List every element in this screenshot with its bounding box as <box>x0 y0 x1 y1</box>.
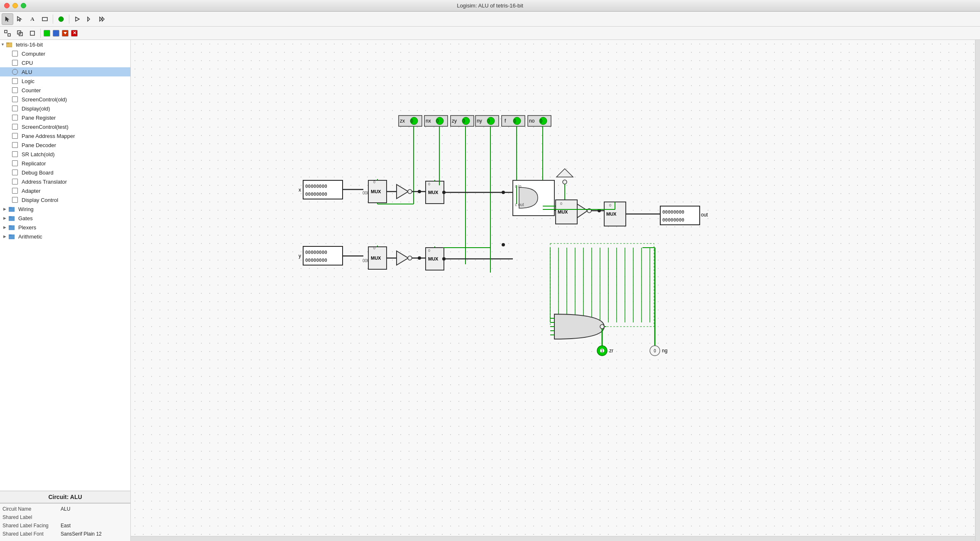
display-control-icon <box>12 197 18 203</box>
tree-item-alu[interactable]: ALU <box>0 67 130 76</box>
root-label: tetris-16-bit <box>16 42 43 48</box>
tree-item-pane-decoder[interactable]: Pane Decoder <box>0 140 130 150</box>
canvas-area[interactable]: zx 0 nx 0 zy 0 ny 0 <box>131 40 980 541</box>
window-controls <box>4 3 26 8</box>
title-bar: Logisim: ALU of tetris-16-bit <box>0 0 980 12</box>
svg-text:0: 0 <box>540 119 542 123</box>
alu-label: ALU <box>22 69 32 75</box>
maximize-button[interactable] <box>21 3 26 8</box>
tree-area[interactable]: ▼ tetris-16-bit Computer CPU A <box>0 40 130 491</box>
svg-text:x: x <box>299 187 301 193</box>
plexers-folder-icon <box>8 224 15 231</box>
close-button[interactable] <box>4 3 10 8</box>
svg-rect-19 <box>9 226 11 226</box>
tree-item-screencontrol-test[interactable]: ScreenControl(test) <box>0 122 130 131</box>
tree-item-adapter[interactable]: Adapter <box>0 186 130 195</box>
rectangle-tool[interactable] <box>39 13 51 25</box>
svg-text:0: 0 <box>514 119 516 123</box>
toolbar-row1: A <box>0 12 980 27</box>
tree-item-screencontrol-old[interactable]: ScreenControl(old) <box>0 95 130 104</box>
tree-item-address-translator[interactable]: Address Translator <box>0 177 130 186</box>
adapter-icon <box>12 187 18 194</box>
svg-marker-4 <box>100 17 102 21</box>
tree-item-debug-board[interactable]: Debug Board <box>0 168 130 177</box>
display-control-label: Display Control <box>22 197 58 203</box>
svg-text:MUX: MUX <box>606 211 617 216</box>
svg-text:00000000: 00000000 <box>305 184 327 189</box>
view-btn[interactable] <box>27 27 38 39</box>
pane-decoder-label: Pane Decoder <box>22 142 56 148</box>
tree-item-display-old[interactable]: Display(old) <box>0 104 130 113</box>
zoom-icon-btn[interactable] <box>14 27 26 39</box>
down-btn[interactable] <box>62 30 69 37</box>
simulate-tool[interactable] <box>55 13 67 25</box>
minimize-button[interactable] <box>12 3 18 8</box>
svg-rect-7 <box>8 34 10 36</box>
svg-text:0: 0 <box>428 248 430 253</box>
prop-row-shared-label-facing: Shared Label Facing East <box>2 523 128 530</box>
wiring-btn[interactable] <box>2 27 13 39</box>
root-folder-icon <box>6 41 12 48</box>
svg-rect-21 <box>9 235 11 236</box>
arithmetic-folder-icon <box>8 233 15 240</box>
prop-row-shared-label: Shared Label <box>2 514 128 522</box>
tree-item-computer[interactable]: Computer <box>0 49 130 58</box>
select-tool[interactable] <box>14 13 26 25</box>
sr-latch-label: SR Latch(old) <box>22 151 54 157</box>
svg-text:zx: zx <box>400 118 405 124</box>
circuit-diagram: zx 0 nx 0 zy 0 ny 0 <box>131 40 980 541</box>
tree-item-logic[interactable]: Logic <box>0 76 130 86</box>
tree-item-pane-address[interactable]: Pane Address Mapper <box>0 131 130 140</box>
tree-item-cpu[interactable]: CPU <box>0 58 130 67</box>
tree-item-sr-latch[interactable]: SR Latch(old) <box>0 150 130 159</box>
arithmetic-expand: ▶ <box>3 234 7 239</box>
tree-item-arithmetic[interactable]: ▶ Arithmetic <box>0 232 130 241</box>
logic-icon <box>12 78 18 84</box>
reset-tool[interactable] <box>84 13 96 25</box>
canvas-content: zx 0 nx 0 zy 0 ny 0 <box>131 40 980 541</box>
tree-item-pane-register[interactable]: Pane Register <box>0 113 130 122</box>
svg-marker-103 <box>556 169 573 177</box>
svg-rect-13 <box>6 43 9 44</box>
tree-item-display-control[interactable]: Display Control <box>0 195 130 204</box>
logic-label: Logic <box>22 78 34 84</box>
horizontal-scrollbar[interactable] <box>131 536 975 541</box>
debug-board-label: Debug Board <box>22 170 54 176</box>
gates-folder-icon <box>8 215 15 221</box>
pane-address-icon <box>12 133 18 139</box>
text-tool[interactable]: A <box>27 13 38 25</box>
vertical-scrollbar[interactable] <box>975 40 980 541</box>
tree-item-gates[interactable]: ▶ Gates <box>0 214 130 223</box>
tree-item-replicator[interactable]: Replicator <box>0 159 130 168</box>
blue-color-btn[interactable] <box>53 30 59 37</box>
svg-point-104 <box>563 180 567 184</box>
green-color-btn[interactable] <box>44 30 50 37</box>
pane-register-label: Pane Register <box>22 115 56 121</box>
svg-marker-11 <box>64 32 67 34</box>
wiring-folder-icon <box>8 206 15 212</box>
circuit-label: Circuit: ALU <box>0 491 130 503</box>
tree-item-counter[interactable]: Counter <box>0 86 130 95</box>
svg-text:00000000: 00000000 <box>662 209 684 215</box>
debug-board-icon <box>12 169 18 176</box>
window-title: Logisim: ALU of tetris-16-bit <box>457 2 523 9</box>
tree-item-wiring[interactable]: ▶ Wiring <box>0 204 130 214</box>
separator1 <box>53 15 53 24</box>
svg-text:MUX: MUX <box>558 209 568 214</box>
svg-text:MUX: MUX <box>428 256 439 261</box>
tree-root-item[interactable]: ▼ tetris-16-bit <box>0 40 130 49</box>
plexers-label: Plexers <box>18 224 36 231</box>
svg-point-144 <box>600 325 604 329</box>
svg-text:0: 0 <box>436 119 439 123</box>
x-btn[interactable]: ✕ <box>71 30 78 37</box>
sr-latch-icon <box>12 151 18 157</box>
pointer-tool[interactable] <box>2 13 13 25</box>
step-tool[interactable] <box>71 13 83 25</box>
gates-expand: ▶ <box>3 216 7 220</box>
computer-label: Computer <box>22 51 45 57</box>
properties-area: Circuit Name ALU Shared Label Shared Lab… <box>0 503 130 541</box>
tree-item-plexers[interactable]: ▶ Plexers <box>0 223 130 232</box>
prop-label-shared-label-facing: Shared Label Facing <box>2 523 61 530</box>
tick-tool[interactable] <box>96 13 108 25</box>
prop-label-circuit-name: Circuit Name <box>2 506 61 514</box>
